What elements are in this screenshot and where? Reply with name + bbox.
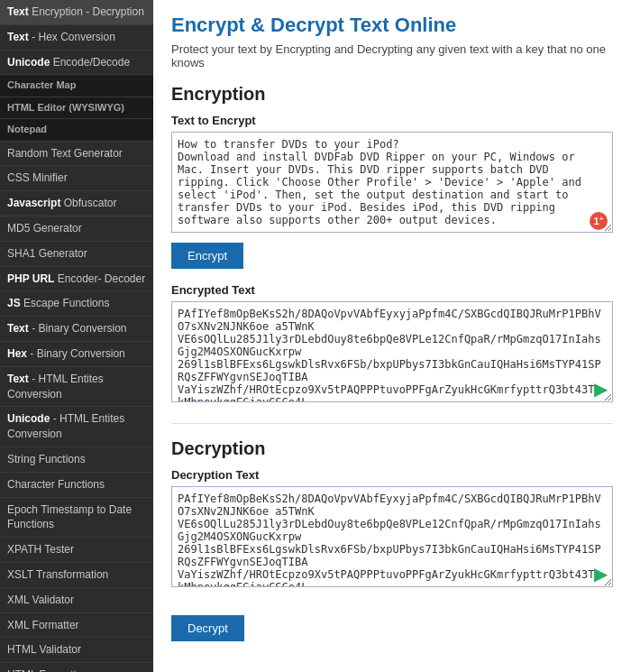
sidebar-item-24[interactable]: HTML Validator bbox=[0, 638, 153, 663]
decryption-text-wrapper: ▶ bbox=[171, 486, 613, 590]
sidebar-item-bold-2: Unicode bbox=[7, 56, 50, 69]
text-to-encrypt-input[interactable] bbox=[171, 132, 613, 233]
sidebar-item-22[interactable]: XML Validator bbox=[0, 588, 153, 613]
decryption-text-input[interactable] bbox=[171, 486, 613, 587]
sidebar-item-1[interactable]: Text - Hex Conversion bbox=[0, 25, 153, 51]
sidebar-item-3[interactable]: Character Map bbox=[0, 75, 153, 97]
decryption-section: Decryption Text ▶ bbox=[171, 468, 613, 590]
sidebar-item-bold-1: Text bbox=[7, 31, 29, 43]
sidebar-item-20[interactable]: XPATH Tester bbox=[0, 538, 153, 563]
sidebar: Text Encryption - DecryptionText - Hex C… bbox=[0, 0, 153, 672]
text-to-encrypt-label: Text to Encrypt bbox=[171, 114, 613, 127]
encrypted-section: Encrypted Text ▶ bbox=[171, 283, 613, 405]
decrypt-button[interactable]: Decrypt bbox=[171, 615, 244, 641]
decryption-heading: Decryption bbox=[171, 438, 613, 459]
sidebar-item-5[interactable]: Notepad bbox=[0, 119, 153, 141]
sidebar-item-13[interactable]: Text - Binary Conversion bbox=[0, 317, 153, 342]
sidebar-item-18[interactable]: Character Functions bbox=[0, 473, 153, 498]
sidebar-item-bold-8: Javascript bbox=[7, 197, 60, 209]
sidebar-item-bold-11: PHP URL bbox=[7, 272, 54, 285]
copy-encrypted-icon[interactable]: ▶ bbox=[594, 378, 608, 400]
sidebar-item-17[interactable]: String Functions bbox=[0, 447, 153, 473]
sidebar-item-0[interactable]: Text Encryption - Decryption bbox=[0, 0, 153, 25]
sidebar-item-11[interactable]: PHP URL Encoder- Decoder bbox=[0, 267, 153, 292]
encrypt-button[interactable]: Encrypt bbox=[171, 243, 243, 269]
sidebar-item-15[interactable]: Text - HTML Entites Conversion bbox=[0, 367, 153, 408]
sidebar-item-bold-12: JS bbox=[7, 297, 21, 309]
sidebar-item-9[interactable]: MD5 Generator bbox=[0, 216, 153, 242]
sidebar-item-21[interactable]: XSLT Transformation bbox=[0, 563, 153, 588]
sidebar-item-4[interactable]: HTML Editor (WYSIWYG) bbox=[0, 97, 153, 119]
sidebar-item-bold-0: Text bbox=[7, 5, 29, 18]
sidebar-item-bold-15: Text bbox=[7, 373, 29, 385]
sidebar-item-25[interactable]: HTML Formatter bbox=[0, 663, 153, 672]
sidebar-item-23[interactable]: XML Formatter bbox=[0, 613, 153, 639]
sidebar-item-14[interactable]: Hex - Binary Conversion bbox=[0, 342, 153, 367]
sidebar-item-2[interactable]: Unicode Encode/Decode bbox=[0, 51, 153, 76]
encrypted-text-label: Encrypted Text bbox=[171, 283, 613, 297]
page-description: Protect your text by Encrypting and Decr… bbox=[171, 42, 613, 69]
sidebar-item-19[interactable]: Epoch Timestamp to Date Functions bbox=[0, 498, 153, 539]
text-to-encrypt-wrapper: 1 bbox=[171, 132, 613, 235]
sidebar-item-bold-14: Hex bbox=[7, 347, 27, 360]
encryption-heading: Encryption bbox=[171, 84, 613, 105]
sidebar-item-7[interactable]: CSS Minifier bbox=[0, 166, 153, 191]
encrypted-text-output[interactable] bbox=[171, 301, 613, 402]
main-content: Encrypt & Decrypt Text Online Protect yo… bbox=[153, 0, 631, 672]
sidebar-item-bold-16: Unicode bbox=[7, 412, 50, 425]
badge-counter: 1 bbox=[590, 212, 608, 230]
page-title: Encrypt & Decrypt Text Online bbox=[171, 14, 613, 37]
sidebar-item-16[interactable]: Unicode - HTML Entites Conversion bbox=[0, 407, 153, 447]
sidebar-item-10[interactable]: SHA1 Generator bbox=[0, 242, 153, 267]
sidebar-item-12[interactable]: JS Escape Functions bbox=[0, 291, 153, 317]
sidebar-item-6[interactable]: Random Text Generator bbox=[0, 142, 153, 167]
sidebar-item-8[interactable]: Javascript Obfuscator bbox=[0, 191, 153, 216]
decryption-text-label: Decryption Text bbox=[171, 468, 613, 482]
sidebar-item-bold-13: Text bbox=[7, 322, 29, 335]
section-divider bbox=[171, 423, 613, 424]
encrypted-text-wrapper: ▶ bbox=[171, 301, 613, 405]
copy-decryption-icon[interactable]: ▶ bbox=[594, 563, 608, 585]
